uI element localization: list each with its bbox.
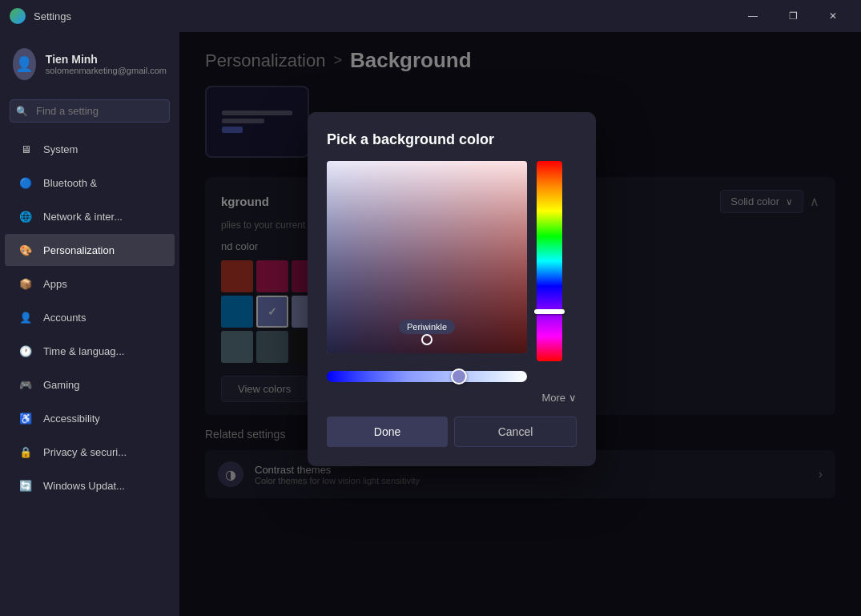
network-icon: 🌐 xyxy=(18,208,34,224)
breadcrumb-parent[interactable]: Personalization xyxy=(205,50,325,71)
sidebar-item-label: System xyxy=(43,143,78,155)
preview-button-small xyxy=(222,127,243,133)
sidebar-item-label: Accounts xyxy=(43,312,86,324)
breadcrumb-current: Background xyxy=(350,48,472,73)
dialog-buttons: Done Cancel xyxy=(327,417,577,447)
sidebar-item-label: Accessibility xyxy=(43,413,100,425)
sidebar-item-label: Windows Updat... xyxy=(43,480,125,492)
color-swatch[interactable] xyxy=(221,260,253,292)
chevron-down-icon: ∨ xyxy=(786,196,793,207)
accessibility-icon: ♿ xyxy=(18,410,34,426)
color-swatch[interactable] xyxy=(256,331,288,363)
color-picker-gradient[interactable]: Periwinkle xyxy=(327,161,527,353)
gaming-icon: 🎮 xyxy=(18,376,34,393)
cancel-button[interactable]: Cancel xyxy=(454,417,577,447)
titlebar: Settings — ❐ ✕ xyxy=(0,0,861,32)
preview-line-2 xyxy=(222,119,264,123)
color-crosshair xyxy=(421,334,433,345)
sidebar-item-label: Apps xyxy=(43,278,67,290)
sidebar-item-accessibility[interactable]: ♿ Accessibility xyxy=(5,402,175,434)
sidebar-item-system[interactable]: 🖥 System xyxy=(5,133,175,165)
search-box: 🔍 xyxy=(10,99,170,123)
preview-card xyxy=(205,86,309,158)
apps-icon: 📦 xyxy=(18,276,34,292)
sidebar-item-time[interactable]: 🕐 Time & languag... xyxy=(5,335,175,367)
minimize-button[interactable]: — xyxy=(734,3,771,29)
sidebar-item-label: Gaming xyxy=(43,379,80,391)
expand-icon[interactable]: ∧ xyxy=(810,194,819,209)
user-name: Tien Minh xyxy=(46,53,167,66)
related-item-subtitle: Color themes for low vision light sensit… xyxy=(255,476,420,485)
titlebar-title: Settings xyxy=(34,10,71,22)
search-icon: 🔍 xyxy=(16,106,28,117)
app-icon xyxy=(10,8,26,24)
more-button[interactable]: More ∨ xyxy=(541,392,577,404)
windows-update-icon: 🔄 xyxy=(18,477,34,493)
main-content: Personalization > Background k xyxy=(179,32,861,616)
user-info[interactable]: 👤 Tien Minh solomenmarketing@gmail.com xyxy=(0,38,179,90)
color-swatch[interactable] xyxy=(256,260,288,292)
sidebar-item-apps[interactable]: 📦 Apps xyxy=(5,268,175,300)
breadcrumb-arrow: > xyxy=(333,52,342,69)
chevron-right-icon: › xyxy=(819,467,823,481)
sidebar-item-network[interactable]: 🌐 Network & inter... xyxy=(5,200,175,232)
sidebar-item-label: Personalization xyxy=(43,244,115,256)
system-icon: 🖥 xyxy=(18,141,34,157)
search-input[interactable] xyxy=(10,99,170,123)
sidebar: 👤 Tien Minh solomenmarketing@gmail.com 🔍… xyxy=(0,32,179,616)
sidebar-item-personalization[interactable]: 🎨 Personalization xyxy=(5,234,175,266)
dialog-title: Pick a background color xyxy=(327,131,577,148)
breadcrumb: Personalization > Background xyxy=(179,32,861,86)
done-button[interactable]: Done xyxy=(327,417,448,447)
section-title: kground xyxy=(221,195,269,208)
hue-slider-container xyxy=(327,371,527,382)
preview-line-1 xyxy=(222,111,292,115)
sidebar-item-label: Privacy & securi... xyxy=(43,446,127,458)
hue-slider-thumb xyxy=(451,368,467,384)
dropdown-label: Solid color xyxy=(730,195,779,207)
sidebar-item-privacy[interactable]: 🔒 Privacy & securi... xyxy=(5,436,175,468)
maximize-button[interactable]: ❐ xyxy=(774,3,811,29)
color-swatch[interactable] xyxy=(221,331,253,363)
privacy-icon: 🔒 xyxy=(18,444,34,460)
window-controls: — ❐ ✕ xyxy=(734,3,851,29)
user-email: solomenmarketing@gmail.com xyxy=(46,66,167,75)
color-swatch-selected[interactable] xyxy=(256,296,288,328)
more-row: More ∨ xyxy=(327,392,577,404)
sidebar-item-bluetooth[interactable]: 🔵 Bluetooth & xyxy=(5,167,175,199)
color-swatch[interactable] xyxy=(221,296,253,328)
sidebar-item-windows-update[interactable]: 🔄 Windows Updat... xyxy=(5,469,175,501)
preview-lines xyxy=(222,111,292,133)
color-tooltip: Periwinkle xyxy=(399,320,455,334)
time-icon: 🕐 xyxy=(18,343,34,359)
accounts-icon: 👤 xyxy=(18,309,34,325)
hue-strip[interactable] xyxy=(537,161,562,361)
sidebar-item-accounts[interactable]: 👤 Accounts xyxy=(5,301,175,333)
personalization-icon: 🎨 xyxy=(18,242,34,258)
sidebar-item-label: Time & languag... xyxy=(43,345,124,357)
close-button[interactable]: ✕ xyxy=(815,3,851,29)
chevron-down-icon: ∨ xyxy=(569,392,577,404)
sidebar-item-label: Bluetooth & xyxy=(43,177,97,189)
hue-thumb xyxy=(534,309,565,314)
hue-strip-wrapper xyxy=(537,161,562,382)
solid-color-dropdown[interactable]: Solid color ∨ xyxy=(720,190,803,213)
avatar: 👤 xyxy=(13,48,36,80)
hue-slider[interactable] xyxy=(327,371,527,382)
sidebar-item-gaming[interactable]: 🎮 Gaming xyxy=(5,368,175,401)
view-colors-button[interactable]: View colors xyxy=(221,376,308,402)
bluetooth-icon: 🔵 xyxy=(18,175,34,191)
sidebar-item-label: Network & inter... xyxy=(43,211,123,223)
contrast-icon: ◑ xyxy=(218,461,243,487)
color-picker-dialog: Pick a background color Periwinkle xyxy=(308,112,596,466)
